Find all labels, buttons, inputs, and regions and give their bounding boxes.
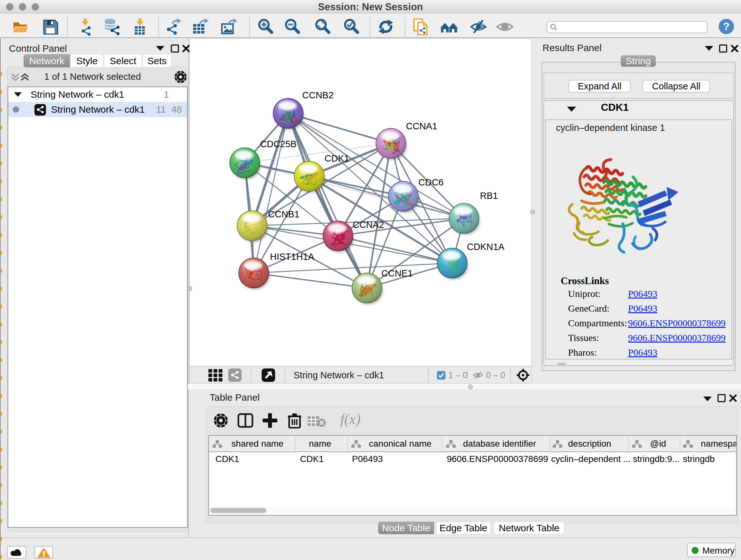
svg-text:CCNB2: CCNB2 (302, 90, 333, 100)
svg-text:CCNA2: CCNA2 (353, 220, 384, 230)
svg-text:CCNB1: CCNB1 (268, 209, 299, 219)
svg-text:CCNE1: CCNE1 (381, 268, 413, 278)
svg-text:CDK1: CDK1 (325, 153, 349, 164)
svg-text:CCNA1: CCNA1 (406, 121, 437, 131)
svg-text:CDKN1A: CDKN1A (467, 242, 504, 252)
svg-text:CDC25B: CDC25B (260, 139, 296, 149)
svg-text:CDC6: CDC6 (418, 177, 444, 187)
svg-text:HIST1H1A: HIST1H1A (270, 252, 314, 262)
svg-text:RB1: RB1 (480, 191, 498, 201)
